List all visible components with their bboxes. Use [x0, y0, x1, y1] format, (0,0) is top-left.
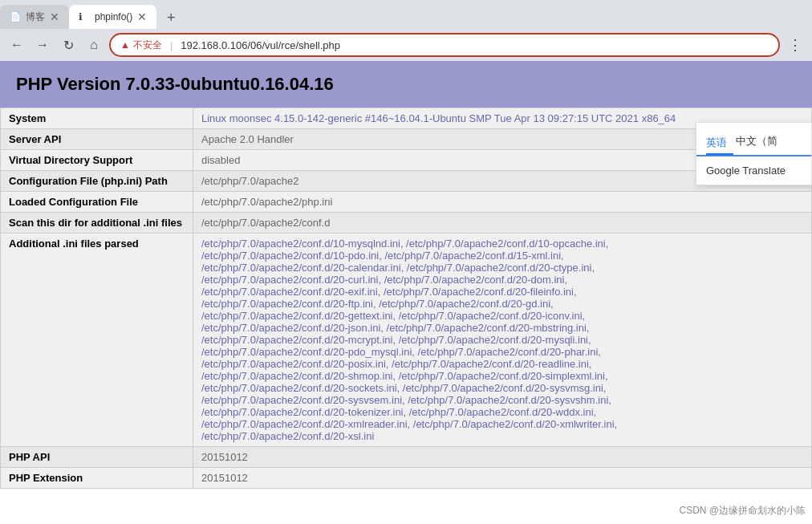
- google-translate-button[interactable]: Google Translate: [696, 156, 811, 177]
- tab-label-blog: 博客: [26, 10, 45, 24]
- home-button[interactable]: ⌂: [83, 35, 104, 55]
- translate-lang-from[interactable]: 英语: [706, 136, 733, 155]
- tab-favicon-phpinfo: ℹ: [79, 11, 90, 22]
- reload-button[interactable]: ↻: [58, 35, 79, 55]
- table-cell-key: PHP API: [1, 447, 193, 468]
- table-row: Server APIApache 2.0 Handler: [1, 129, 812, 150]
- table-cell-key: Virtual Directory Support: [1, 150, 193, 171]
- table-row: Configuration File (php.ini) Path/etc/ph…: [1, 171, 812, 192]
- translate-lang-to[interactable]: 中文（简: [736, 134, 784, 152]
- php-version-title: PHP Version 7.0.33-0ubuntu0.16.04.16: [16, 74, 796, 95]
- address-bar[interactable]: ▲ 不安全 | 192.168.0.106/06/vul/rce/shell.p…: [109, 33, 780, 57]
- table-cell-value: 20151012: [193, 447, 812, 468]
- table-row: SystemLinux moonsec 4.15.0-142-generic #…: [1, 108, 812, 129]
- table-cell-key: Loaded Configuration File: [1, 192, 193, 213]
- table-row: Virtual Directory Supportdisabled: [1, 150, 812, 171]
- address-divider: |: [170, 39, 173, 51]
- new-tab-button[interactable]: +: [160, 6, 182, 29]
- address-url[interactable]: 192.168.0.106/06/vul/rce/shell.php: [181, 39, 769, 51]
- back-button[interactable]: ←: [6, 35, 27, 55]
- translate-lang-row: 英语 中文（简: [696, 129, 811, 156]
- tab-close-phpinfo[interactable]: ✕: [137, 11, 147, 22]
- table-row: PHP Extension20151012: [1, 468, 812, 489]
- php-header: PHP Version 7.0.33-0ubuntu0.16.04.16: [0, 61, 812, 108]
- table-cell-key: System: [1, 108, 193, 129]
- tab-close-blog[interactable]: ✕: [50, 11, 59, 22]
- tab-blog[interactable]: 📄 博客 ✕: [0, 5, 69, 29]
- table-cell-key: Server API: [1, 129, 193, 150]
- info-table: SystemLinux moonsec 4.15.0-142-generic #…: [0, 108, 812, 489]
- tab-bar: 📄 博客 ✕ ℹ phpinfo() ✕ +: [0, 0, 812, 29]
- address-bar-row: ← → ↻ ⌂ ▲ 不安全 | 192.168.0.106/06/vul/rce…: [0, 29, 812, 61]
- security-warning: ▲ 不安全: [120, 39, 162, 52]
- table-cell-key: Additional .ini files parsed: [1, 234, 193, 447]
- table-row: Scan this dir for additional .ini files/…: [1, 213, 812, 234]
- tab-phpinfo[interactable]: ℹ phpinfo() ✕: [69, 5, 156, 29]
- table-cell-key: Configuration File (php.ini) Path: [1, 171, 193, 192]
- tab-label-phpinfo: phpinfo(): [95, 11, 132, 22]
- forward-button[interactable]: →: [32, 35, 53, 55]
- extensions-button[interactable]: ⋮: [785, 35, 806, 55]
- browser-chrome: 📄 博客 ✕ ℹ phpinfo() ✕ + ← → ↻ ⌂ ▲ 不安全 |: [0, 0, 812, 61]
- security-icon: ▲: [120, 39, 130, 51]
- table-cell-value: /etc/php/7.0/apache2/conf.d/10-mysqlnd.i…: [193, 234, 812, 447]
- table-cell-value: 20151012: [193, 468, 812, 489]
- tab-favicon-blog: 📄: [10, 11, 21, 22]
- table-cell-key: Scan this dir for additional .ini files: [1, 213, 193, 234]
- table-row: Loaded Configuration File/etc/php/7.0/ap…: [1, 192, 812, 213]
- security-text: 不安全: [133, 39, 162, 52]
- page-content: PHP Version 7.0.33-0ubuntu0.16.04.16 Sys…: [0, 61, 812, 489]
- translate-popup: 英语 中文（简 Google Translate: [696, 122, 812, 185]
- table-cell-key: PHP Extension: [1, 468, 193, 489]
- table-row: PHP API20151012: [1, 447, 812, 468]
- table-row: Additional .ini files parsed/etc/php/7.0…: [1, 234, 812, 447]
- table-cell-value: /etc/php/7.0/apache2/php.ini: [193, 192, 812, 213]
- table-cell-value: /etc/php/7.0/apache2/conf.d: [193, 213, 812, 234]
